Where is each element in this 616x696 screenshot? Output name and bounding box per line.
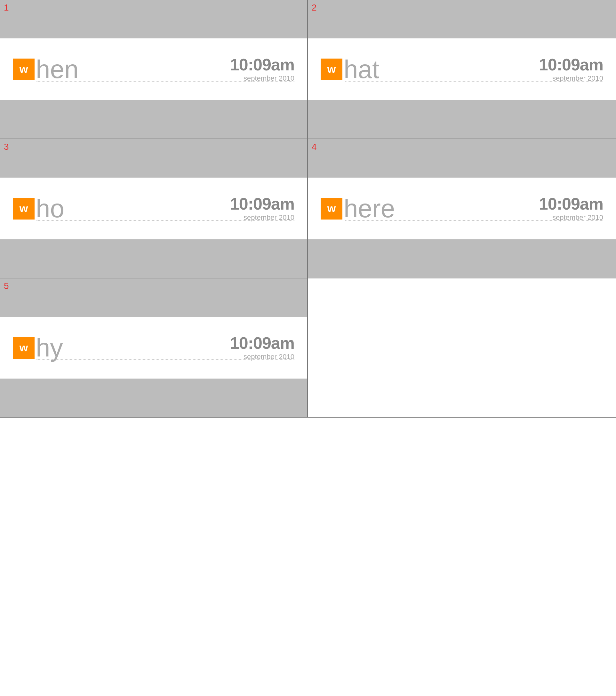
time-block-5: 10:09am september 2010 [230, 335, 295, 361]
band-top-3 [0, 139, 307, 178]
cell-4: 4 w here 10:09am september 2010 [308, 139, 616, 279]
band-bottom-1 [0, 100, 307, 139]
time-value-3: 10:09am [230, 195, 295, 212]
w-letter-3: w [19, 202, 28, 215]
cell-number-5: 5 [4, 281, 9, 291]
date-value-4: september 2010 [539, 213, 603, 222]
band-bottom-2 [308, 100, 616, 139]
time-value-2: 10:09am [539, 56, 603, 73]
band-top-1 [0, 0, 307, 38]
cell-2: 2 w hat 10:09am september 2010 [308, 0, 616, 139]
w-box-1: w [13, 59, 34, 80]
w-letter-4: w [327, 202, 336, 215]
w-box-2: w [321, 59, 343, 80]
band-top-5 [0, 279, 307, 317]
w-letter-2: w [327, 63, 336, 76]
band-bottom-4 [308, 239, 616, 278]
cell-number-2: 2 [312, 3, 317, 13]
w-letter-1: w [19, 63, 28, 76]
time-block-4: 10:09am september 2010 [539, 195, 603, 222]
band-top-2 [308, 0, 616, 38]
cell-6-empty [308, 279, 616, 417]
cell-content-3: w ho 10:09am september 2010 [0, 178, 307, 239]
cell-content-1: w hen 10:09am september 2010 [0, 38, 307, 100]
time-value-4: 10:09am [539, 195, 603, 212]
main-grid: 1 w hen 10:09am september 2010 2 w hat [0, 0, 616, 696]
time-block-3: 10:09am september 2010 [230, 195, 295, 222]
cell-content-5: w hy 10:09am september 2010 [0, 317, 307, 379]
cell-number-4: 4 [312, 142, 317, 152]
w-box-5: w [13, 337, 34, 359]
cell-number-3: 3 [4, 142, 9, 152]
cell-content-2: w hat 10:09am september 2010 [308, 38, 616, 100]
time-block-2: 10:09am september 2010 [539, 56, 603, 82]
cell-number-1: 1 [4, 3, 9, 13]
cell-content-4: w here 10:09am september 2010 [308, 178, 616, 239]
time-value-5: 10:09am [230, 335, 295, 351]
time-value-1: 10:09am [230, 56, 295, 73]
cell-3: 3 w ho 10:09am september 2010 [0, 139, 308, 279]
date-value-5: september 2010 [230, 353, 295, 361]
date-value-1: september 2010 [230, 74, 295, 82]
band-bottom-5 [0, 379, 307, 417]
band-top-4 [308, 139, 616, 178]
date-value-3: september 2010 [230, 213, 295, 222]
w-box-4: w [321, 198, 343, 220]
cell-5: 5 w hy 10:09am september 2010 [0, 279, 308, 417]
w-box-3: w [13, 198, 34, 220]
cell-1: 1 w hen 10:09am september 2010 [0, 0, 308, 139]
w-letter-5: w [19, 342, 28, 354]
date-value-2: september 2010 [539, 74, 603, 82]
band-bottom-3 [0, 239, 307, 278]
time-block-1: 10:09am september 2010 [230, 56, 295, 82]
